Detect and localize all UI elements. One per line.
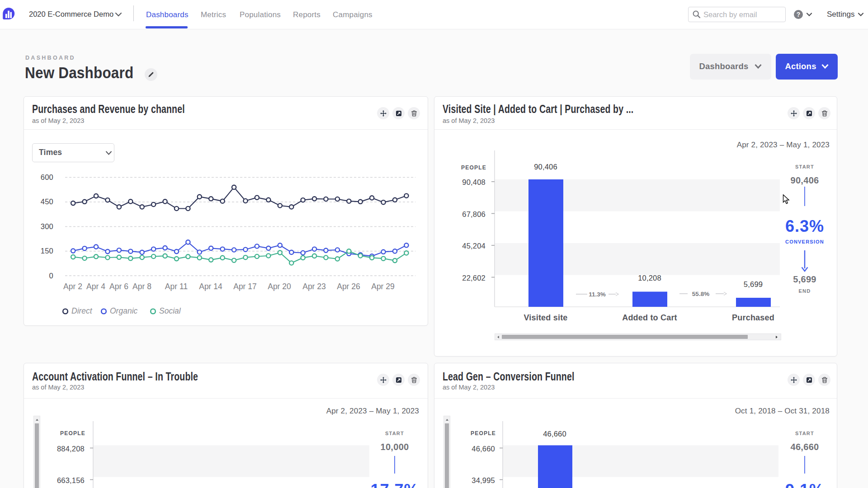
svg-text:Apr 20: Apr 20 xyxy=(268,282,291,291)
svg-text:Apr 4: Apr 4 xyxy=(86,282,105,291)
svg-text:Apr 11: Apr 11 xyxy=(165,282,188,291)
svg-text:Apr 8: Apr 8 xyxy=(132,282,151,291)
svg-text:Apr 6: Apr 6 xyxy=(109,282,128,291)
svg-text:Apr 29: Apr 29 xyxy=(371,282,395,291)
svg-text:Apr 26: Apr 26 xyxy=(337,282,360,291)
svg-text:Apr 17: Apr 17 xyxy=(233,282,257,291)
svg-text:Apr 23: Apr 23 xyxy=(302,282,326,291)
svg-text:Apr 2: Apr 2 xyxy=(63,282,82,291)
svg-text:Apr 14: Apr 14 xyxy=(199,282,222,291)
